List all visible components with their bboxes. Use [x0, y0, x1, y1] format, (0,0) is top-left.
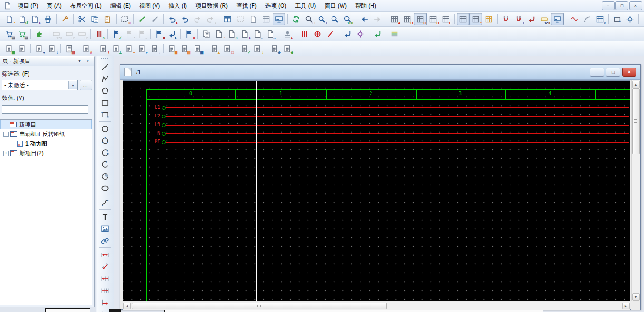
menu-item-0[interactable]: 项目 (P) — [13, 0, 42, 11]
close-project-icon[interactable]: ● — [29, 13, 41, 25]
form-view-icon[interactable] — [247, 13, 260, 25]
menu-item-7[interactable]: 查找 (F) — [232, 0, 261, 11]
t-node-icon[interactable] — [354, 28, 367, 40]
menu-item-6[interactable]: 项目数据 (R) — [191, 0, 232, 11]
placeholder-list-icon[interactable]: □ — [221, 42, 234, 55]
bus-terminal-l1[interactable] — [162, 106, 166, 110]
panel-close-icon[interactable]: × — [84, 58, 92, 65]
settings-wrench-icon[interactable] — [59, 13, 71, 25]
undo-history-icon[interactable] — [178, 13, 191, 25]
tool-polygon-icon[interactable] — [98, 85, 112, 97]
back-icon[interactable] — [358, 13, 371, 25]
menu-item-10[interactable]: 窗口 (W) — [320, 0, 351, 11]
zoom-in-icon[interactable]: + — [315, 13, 328, 25]
filter-browse-button[interactable]: ... — [80, 80, 92, 90]
bus-terminal-pe[interactable] — [162, 140, 166, 144]
signal-tracking-icon[interactable] — [581, 13, 594, 25]
connection-break-icon[interactable] — [324, 28, 337, 40]
check-project-icon[interactable]: ✓ — [110, 28, 123, 40]
fluid-navigator-icon[interactable]: ● — [136, 42, 148, 55]
child-restore-button[interactable]: □ — [606, 68, 620, 77]
number-terminals-icon[interactable]: 12 — [76, 28, 88, 40]
redo-icon[interactable] — [191, 13, 204, 25]
page-protect-icon[interactable]: ● — [238, 28, 251, 40]
zoom-window-icon[interactable]: □ — [302, 13, 315, 25]
goto-message-icon[interactable]: ► — [166, 28, 178, 40]
menu-item-2[interactable]: 布局空间 (L) — [66, 0, 106, 11]
expand-icon[interactable]: + — [3, 151, 9, 156]
menu-item-4[interactable]: 视图 (V) — [135, 0, 164, 11]
bus-line-pe[interactable] — [166, 142, 629, 143]
grid-size-a-icon[interactable]: A — [388, 13, 401, 25]
revision-list-icon[interactable]: ✓ — [238, 42, 251, 55]
tool-dimension-baseline-icon[interactable] — [98, 284, 112, 296]
menu-item-8[interactable]: 选项 (O) — [261, 0, 291, 11]
numeric-input-icon[interactable]: 123 — [538, 13, 551, 25]
3d-layout-space-icon[interactable]: ◆ — [281, 42, 294, 55]
tool-line-icon[interactable] — [98, 61, 112, 73]
check-settings-icon[interactable]: * — [123, 28, 136, 40]
paste-icon[interactable] — [101, 13, 114, 25]
assign-format-icon[interactable] — [148, 13, 161, 25]
window-close-button[interactable]: × — [629, 1, 642, 10]
grid-size-b-icon[interactable]: B — [401, 13, 414, 25]
tool-hyperlink-icon[interactable] — [98, 234, 112, 246]
jump-connection-icon[interactable] — [371, 28, 384, 40]
tool-dimension-continued-icon[interactable] — [98, 273, 112, 284]
copy-pages-icon[interactable] — [200, 28, 213, 40]
menu-item-5[interactable]: 插入 (I) — [164, 0, 191, 11]
zoom-out-icon[interactable]: − — [328, 13, 341, 25]
page-properties-icon[interactable]: ○ — [225, 28, 238, 40]
snap-to-grid-icon[interactable]: * — [469, 13, 482, 25]
enclosure-legend-icon[interactable]: ▤ — [63, 42, 76, 55]
child-minimize-button[interactable]: − — [590, 68, 604, 77]
signal-wave-icon[interactable] — [568, 13, 581, 25]
snap-coordinates-icon[interactable]: + — [512, 13, 525, 25]
page-tree-icon[interactable]: ▤ — [16, 28, 29, 40]
tool-ellipse-icon[interactable] — [98, 182, 112, 194]
check-apply-icon[interactable]: → — [136, 28, 148, 40]
cable-diagram-icon[interactable]: ~ — [123, 42, 136, 55]
menu-item-9[interactable]: 工具 (U) — [291, 0, 320, 11]
new-window-icon[interactable] — [221, 13, 234, 25]
child-close-button[interactable]: × — [622, 68, 636, 77]
copy-icon[interactable] — [88, 13, 101, 25]
update-connections-icon[interactable]: S — [93, 28, 106, 40]
cut-icon[interactable] — [76, 13, 88, 25]
bus-line-n[interactable] — [166, 133, 629, 134]
panel-navigator-icon[interactable]: ▤ — [178, 42, 191, 55]
design-grid-icon[interactable] — [482, 13, 495, 25]
clear-messages-icon[interactable]: × — [183, 28, 195, 40]
device-plug-icon[interactable]: ↓ — [46, 42, 59, 55]
connection-branch-icon[interactable] — [525, 13, 538, 25]
grid-view-icon[interactable] — [260, 13, 273, 25]
connection-list-icon[interactable]: \ — [97, 42, 110, 55]
coordinate-input-icon[interactable] — [551, 13, 564, 25]
tool-circle-icon[interactable] — [98, 123, 112, 135]
tool-rectangle-2-icon[interactable] — [98, 108, 112, 120]
bus-terminal-n[interactable] — [162, 132, 166, 136]
tool-dimension-aligned-icon[interactable] — [98, 261, 112, 273]
expand-structure-icon[interactable] — [624, 13, 636, 25]
forward-icon[interactable] — [371, 13, 384, 25]
message-management-icon[interactable]: ■ — [153, 28, 166, 40]
device-key-icon[interactable]: ● — [33, 42, 46, 55]
object-snap-icon[interactable] — [499, 13, 512, 25]
menu-item-3[interactable]: 编辑 (E) — [106, 0, 135, 11]
window-minimize-button[interactable]: − — [602, 1, 615, 10]
device-navigator-icon[interactable]: ▦ — [3, 42, 16, 55]
number-devices-icon[interactable]: 12 — [63, 28, 76, 40]
scroll-down-button[interactable]: ▼ — [632, 293, 640, 301]
previous-page-icon[interactable]: ← — [251, 28, 264, 40]
tree-item-2[interactable]: 1 动力图 — [0, 139, 92, 148]
tool-dimension-icon[interactable] — [98, 249, 112, 261]
next-page-icon[interactable]: → — [264, 28, 277, 40]
print-icon[interactable] — [41, 13, 54, 25]
window-restore-button[interactable]: □ — [615, 1, 628, 10]
zoom-100-icon[interactable]: 100 — [341, 13, 354, 25]
angle-connection-icon[interactable] — [341, 28, 354, 40]
tree-item-3[interactable]: +新项目(2) — [0, 148, 92, 158]
vertical-scrollbar[interactable]: ▲ ▼ — [631, 80, 640, 301]
tool-text-icon[interactable] — [98, 211, 112, 223]
menu-item-11[interactable]: 帮助 (H) — [351, 0, 381, 11]
